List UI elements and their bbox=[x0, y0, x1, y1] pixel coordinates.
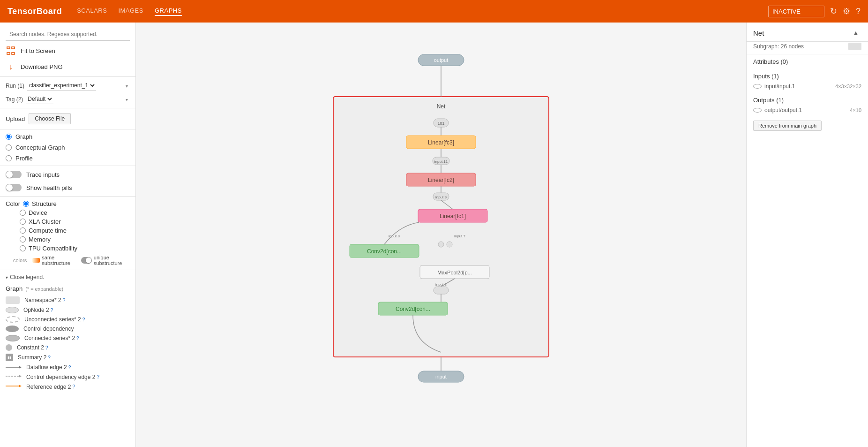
device-radio[interactable] bbox=[20, 210, 26, 216]
conceptual-graph-radio[interactable] bbox=[6, 144, 12, 151]
control-dep-help[interactable]: ? bbox=[97, 374, 99, 379]
svg-marker-7 bbox=[19, 375, 22, 378]
tag-select[interactable]: Default bbox=[26, 94, 53, 104]
help-icon[interactable]: ? bbox=[856, 7, 861, 16]
legend-control-dep: Control dependency edge 2 ? bbox=[6, 372, 130, 382]
download-png-label: Download PNG bbox=[21, 63, 63, 70]
label-input9: input.9 bbox=[435, 195, 447, 199]
namespace-shape bbox=[6, 296, 20, 304]
constant-help[interactable]: ? bbox=[45, 345, 48, 350]
output-node-icon-0 bbox=[753, 108, 762, 113]
summary-help[interactable]: ? bbox=[48, 355, 51, 360]
compute-color-row: Compute time bbox=[0, 226, 135, 235]
input-name-0: input/input.1 bbox=[764, 83, 795, 90]
legend-summary: ▮▮ Summary 2 ? bbox=[6, 352, 130, 363]
right-panel-subtitle: Subgraph: 26 nodes bbox=[747, 42, 868, 54]
node-small-x2[interactable] bbox=[447, 242, 452, 247]
upload-row: Upload Choose File bbox=[0, 110, 135, 127]
nav-images[interactable]: IMAGES bbox=[118, 7, 143, 16]
show-health-pills-toggle[interactable] bbox=[6, 184, 22, 191]
choose-file-button[interactable]: Choose File bbox=[29, 113, 71, 124]
app-logo: TensorBoard bbox=[7, 7, 62, 16]
divider-6 bbox=[0, 270, 135, 270]
main-layout: Fit to Screen ↓ Download PNG Run (1) cla… bbox=[0, 23, 868, 447]
nav-scalars[interactable]: SCALARS bbox=[77, 7, 107, 16]
output-item-0: output/output.1 4×10 bbox=[753, 106, 861, 115]
reference-help[interactable]: ? bbox=[72, 384, 75, 389]
control-label: Control dependency bbox=[23, 326, 74, 332]
opnode-help[interactable]: ? bbox=[51, 308, 53, 313]
label-conv2d-2: Conv2d[con... bbox=[396, 306, 430, 312]
chevron-down-icon: ▾ bbox=[6, 275, 8, 280]
fit-to-screen-icon bbox=[6, 45, 16, 56]
xla-color-row: XLA Cluster bbox=[0, 217, 135, 226]
trace-inputs-toggle[interactable] bbox=[6, 171, 22, 178]
settings-icon[interactable]: ⚙ bbox=[843, 6, 850, 16]
node-small-x1[interactable] bbox=[438, 242, 444, 247]
refresh-icon[interactable]: ↻ bbox=[830, 6, 837, 16]
structure-label: Structure bbox=[32, 200, 57, 207]
unconnected-help[interactable]: ? bbox=[82, 317, 85, 322]
namespace-label: Namespace* 2 ? bbox=[24, 297, 65, 303]
label-maxpool: MaxPool2d[p... bbox=[437, 270, 471, 275]
svg-rect-0 bbox=[7, 47, 10, 49]
compute-label: Compute time bbox=[29, 227, 67, 234]
dataflow-help[interactable]: ? bbox=[68, 365, 71, 370]
legend-namespace: Namespace* 2 ? bbox=[6, 295, 130, 305]
label-linear-fc3: Linear[fc3] bbox=[428, 139, 454, 146]
connected-help[interactable]: ? bbox=[76, 336, 79, 341]
xla-radio[interactable] bbox=[20, 219, 26, 225]
remove-from-main-graph-button[interactable]: Remove from main graph bbox=[753, 121, 822, 131]
show-health-pills-row: Show health pills bbox=[0, 181, 135, 194]
input-node-icon-0 bbox=[753, 84, 762, 89]
subgraph-text: Subgraph: 26 nodes bbox=[753, 43, 804, 50]
opnode-label: OpNode 2 ? bbox=[23, 307, 53, 313]
color-label: Color bbox=[6, 200, 20, 207]
structure-radio[interactable] bbox=[23, 201, 29, 207]
same-swatch bbox=[32, 258, 40, 263]
graph-radio[interactable] bbox=[6, 134, 12, 140]
divider-2 bbox=[0, 108, 135, 108]
label-conv2d-1: Conv2d[con... bbox=[367, 248, 402, 255]
sidebar: Fit to Screen ↓ Download PNG Run (1) cla… bbox=[0, 23, 136, 447]
svg-rect-3 bbox=[12, 53, 15, 54]
status-select[interactable]: INACTIVE bbox=[768, 6, 824, 17]
collapse-icon[interactable]: ▲ bbox=[850, 27, 861, 38]
download-png-row[interactable]: ↓ Download PNG bbox=[0, 59, 135, 75]
graph-area[interactable]: Net output 101 Linear[fc3] input.11 Line… bbox=[136, 23, 746, 447]
reference-shape bbox=[6, 383, 22, 390]
profile-radio-row: Profile bbox=[0, 153, 135, 164]
tpu-radio[interactable] bbox=[20, 245, 26, 251]
nav-graphs[interactable]: GRAPHS bbox=[155, 7, 182, 16]
node-input3[interactable] bbox=[434, 287, 449, 294]
divider-1 bbox=[0, 76, 135, 77]
tpu-label: TPU Compatibility bbox=[29, 245, 77, 252]
graph-svg[interactable]: Net output 101 Linear[fc3] input.11 Line… bbox=[239, 43, 643, 427]
summary-label: Summary 2 ? bbox=[18, 354, 51, 361]
constant-label: Constant 2 ? bbox=[17, 344, 48, 351]
label-linear-fc1: Linear[fc1] bbox=[440, 213, 466, 220]
run-select-wrapper: classifier_experiment_1 bbox=[27, 81, 130, 91]
svg-marker-5 bbox=[19, 366, 22, 369]
memory-radio[interactable] bbox=[20, 236, 26, 242]
namespace-help[interactable]: ? bbox=[63, 298, 66, 303]
fit-to-screen-label: Fit to Screen bbox=[21, 47, 55, 54]
connected-shape bbox=[6, 335, 20, 341]
compute-radio[interactable] bbox=[20, 227, 26, 234]
output-item-left-0: output/output.1 bbox=[753, 107, 802, 114]
search-input[interactable] bbox=[6, 28, 130, 41]
fit-to-screen-row[interactable]: Fit to Screen bbox=[0, 43, 135, 59]
unconnected-label: Unconnected series* 2 ? bbox=[24, 316, 85, 323]
graph-radio-row: Graph bbox=[0, 131, 135, 142]
close-legend-row[interactable]: ▾ Close legend. bbox=[0, 272, 135, 282]
run-label: Run (1) bbox=[6, 83, 24, 89]
dataflow-label: Dataflow edge 2 ? bbox=[26, 364, 71, 371]
legend-reference: Reference edge 2 ? bbox=[6, 382, 130, 392]
expand-button[interactable] bbox=[848, 43, 861, 50]
upload-label: Upload bbox=[6, 115, 25, 122]
label-input7: input.7 bbox=[454, 234, 466, 238]
run-select[interactable]: classifier_experiment_1 bbox=[27, 81, 96, 91]
label-input3: input.3 bbox=[435, 282, 447, 287]
profile-radio[interactable] bbox=[6, 155, 12, 161]
close-legend-label: Close legend. bbox=[10, 274, 44, 280]
